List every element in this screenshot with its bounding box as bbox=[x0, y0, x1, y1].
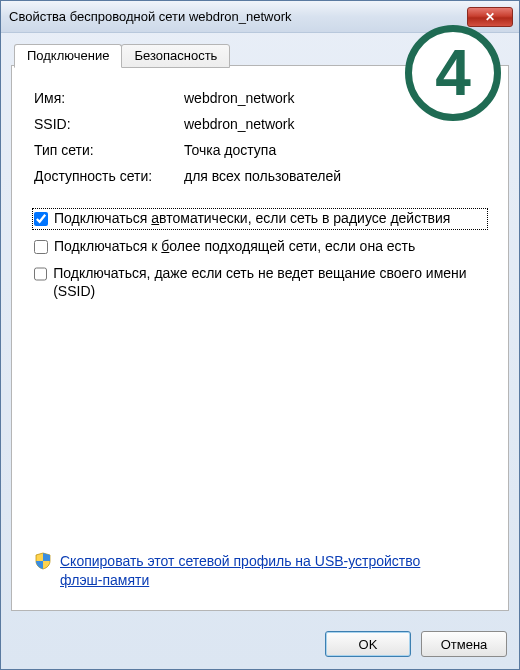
connect-automatically-label[interactable]: Подключаться автоматически, если сеть в … bbox=[54, 210, 450, 228]
label-availability: Доступность сети: bbox=[34, 168, 184, 184]
value-availability: для всех пользователей bbox=[184, 168, 486, 184]
label-network-type: Тип сети: bbox=[34, 142, 184, 158]
connect-better-checkbox[interactable] bbox=[34, 240, 48, 254]
label-ssid: SSID: bbox=[34, 116, 184, 132]
copy-profile-link[interactable]: Скопировать этот сетевой профиль на USB-… bbox=[60, 552, 440, 590]
connect-automatically-row: Подключаться автоматически, если сеть в … bbox=[32, 208, 488, 230]
dialog-window: Свойства беспроводной сети webdron_netwo… bbox=[0, 0, 520, 670]
window-title: Свойства беспроводной сети webdron_netwo… bbox=[7, 9, 467, 24]
connection-options: Подключаться автоматически, если сеть в … bbox=[34, 210, 486, 300]
connect-better-row: Подключаться к более подходящей сети, ес… bbox=[34, 238, 486, 256]
copy-profile-row: Скопировать этот сетевой профиль на USB-… bbox=[34, 552, 486, 590]
spacer bbox=[34, 300, 486, 546]
dialog-body: Подключение Безопасность Имя: webdron_ne… bbox=[1, 33, 519, 621]
tab-security[interactable]: Безопасность bbox=[121, 44, 230, 68]
connect-hidden-row: Подключаться, даже если сеть не ведет ве… bbox=[34, 265, 486, 300]
close-icon: ✕ bbox=[485, 10, 495, 24]
tab-strip: Подключение Безопасность bbox=[14, 44, 229, 68]
connect-hidden-label[interactable]: Подключаться, даже если сеть не ведет ве… bbox=[53, 265, 486, 300]
dialog-buttons: OK Отмена bbox=[1, 621, 519, 669]
connect-hidden-checkbox[interactable] bbox=[34, 267, 47, 281]
tab-panel: Подключение Безопасность Имя: webdron_ne… bbox=[11, 65, 509, 611]
shield-icon bbox=[34, 552, 52, 570]
close-button[interactable]: ✕ bbox=[467, 7, 513, 27]
connect-automatically-checkbox[interactable] bbox=[34, 212, 48, 226]
tab-content-connection: Имя: webdron_network SSID: webdron_netwo… bbox=[12, 66, 508, 610]
tab-connection[interactable]: Подключение bbox=[14, 44, 122, 68]
connect-better-label[interactable]: Подключаться к более подходящей сети, ес… bbox=[54, 238, 415, 256]
ok-button[interactable]: OK bbox=[325, 631, 411, 657]
cancel-button[interactable]: Отмена bbox=[421, 631, 507, 657]
value-network-type: Точка доступа bbox=[184, 142, 486, 158]
step-badge: 4 bbox=[405, 25, 501, 121]
step-number: 4 bbox=[435, 36, 471, 110]
label-name: Имя: bbox=[34, 90, 184, 106]
